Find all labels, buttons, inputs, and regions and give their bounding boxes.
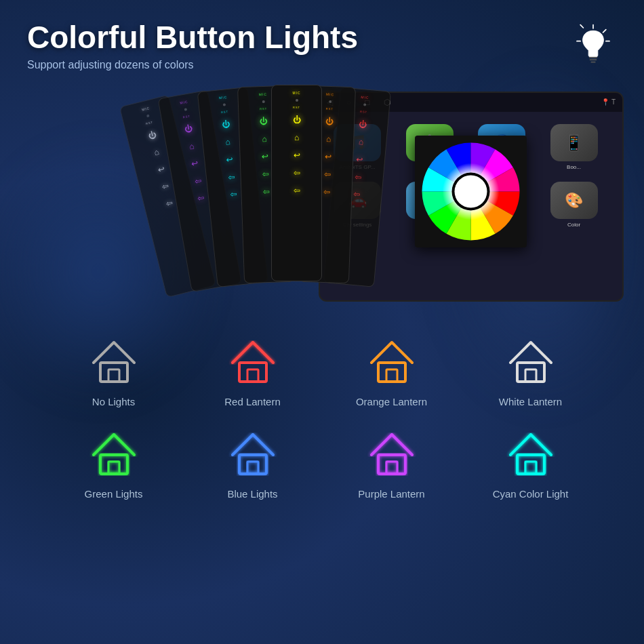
house-icon-no-lights <box>87 336 141 386</box>
svg-rect-23 <box>247 462 258 474</box>
house-icon-purple <box>365 428 419 479</box>
blue-lights-label: Blue Lights <box>227 488 277 500</box>
status-icons: 📍 T <box>601 98 616 106</box>
white-lantern-label: White Lantern <box>499 396 562 407</box>
svg-rect-27 <box>525 462 536 474</box>
light-item-blue: Blue Lights <box>186 428 319 500</box>
svg-rect-14 <box>239 363 266 382</box>
house-icon-orange <box>365 336 419 386</box>
house-icon-cyan <box>504 428 558 479</box>
svg-rect-20 <box>100 455 127 474</box>
svg-rect-22 <box>239 455 266 474</box>
main-title: Colorful Button Lights <box>27 20 358 55</box>
cyan-color-light-label: Cyan Color Light <box>493 488 569 500</box>
svg-rect-13 <box>108 369 119 382</box>
light-row-2: Green Lights Blue Lights Purpl <box>27 428 617 500</box>
color-wheel-overlay[interactable] <box>415 136 527 247</box>
app-icon-boo[interactable]: 📱 Boo... <box>547 122 601 173</box>
svg-rect-16 <box>378 363 405 382</box>
light-item-orange: Orange Lantern <box>325 336 458 407</box>
house-icon-white <box>504 336 558 386</box>
no-lights-label: No Lights <box>92 396 135 407</box>
title-block: Colorful Button Lights Support adjusting… <box>27 20 358 71</box>
light-item-white: White Lantern <box>464 336 597 407</box>
app-icon-color[interactable]: 🎨 Color <box>547 180 601 230</box>
svg-rect-18 <box>517 363 544 382</box>
device-panel-4: MIC RST ⏻ ⌂ ↩ ⇦ ⇦ <box>271 85 322 281</box>
light-item-red: Red Lantern <box>186 336 319 407</box>
svg-rect-21 <box>108 462 119 474</box>
green-lights-label: Green Lights <box>85 488 143 500</box>
header: Colorful Button Lights Support adjusting… <box>27 20 617 71</box>
svg-rect-19 <box>525 369 536 382</box>
svg-rect-12 <box>100 363 127 382</box>
svg-rect-15 <box>247 369 258 382</box>
light-item-cyan: Cyan Color Light <box>464 428 597 500</box>
purple-lantern-label: Purple Lantern <box>358 488 424 500</box>
light-item-purple: Purple Lantern <box>325 428 458 500</box>
app-label-color: Color <box>567 222 580 228</box>
svg-rect-17 <box>386 369 397 382</box>
svg-point-11 <box>455 175 487 207</box>
svg-line-3 <box>580 25 583 28</box>
svg-line-1 <box>603 30 606 33</box>
light-options-section: No Lights Red Lantern Orange Lantern <box>27 336 617 500</box>
orange-lantern-label: Orange Lantern <box>356 396 427 407</box>
house-icon-red <box>226 336 280 386</box>
device-showcase: MIC RST ⏻ ⌂ ↩ ⇦ ⇦ MIC RST ⏻ ⌂ <box>27 85 617 315</box>
light-item-no-lights: No Lights <box>47 336 180 407</box>
svg-rect-26 <box>517 455 544 474</box>
house-icon-green <box>87 428 141 479</box>
red-lantern-label: Red Lantern <box>224 396 281 407</box>
house-icon-blue <box>226 428 280 479</box>
light-item-green: Green Lights <box>47 428 180 500</box>
subtitle: Support adjusting dozens of colors <box>27 59 358 71</box>
light-row-1: No Lights Red Lantern Orange Lantern <box>27 336 617 407</box>
svg-rect-25 <box>386 462 397 474</box>
bulb-icon <box>569 20 617 68</box>
svg-rect-24 <box>378 455 405 474</box>
app-label-boo: Boo... <box>567 164 581 170</box>
